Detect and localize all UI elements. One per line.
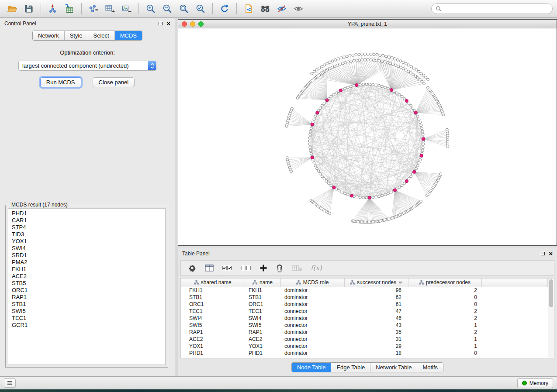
clear-table-button[interactable] — [292, 265, 302, 272]
control-panel-header: Control Panel × — [0, 18, 175, 29]
mcds-result-item[interactable]: SRD1 — [8, 252, 165, 259]
application-window: Control Panel × Network Style Select MCD… — [0, 0, 557, 392]
table-cell: dominator — [280, 350, 344, 357]
open-file-button[interactable] — [4, 2, 20, 16]
column-header-shared-name[interactable]: shared name — [181, 279, 245, 287]
tab-edge-table[interactable]: Edge Table — [331, 363, 370, 372]
table-settings-button[interactable] — [188, 264, 197, 272]
table-scrollbar-thumb[interactable] — [549, 279, 553, 307]
network-file-share-button[interactable] — [241, 2, 256, 16]
main-area: Control Panel × Network Style Select MCD… — [0, 18, 557, 376]
window-minimize-button[interactable] — [190, 21, 195, 27]
panel-menu-button[interactable] — [4, 378, 16, 388]
deselect-all-button[interactable] — [241, 265, 251, 272]
tab-mcds[interactable]: MCDS — [115, 31, 142, 40]
mcds-result-item[interactable]: STB1 — [8, 301, 165, 308]
network-canvas[interactable] — [178, 28, 557, 245]
search-input[interactable] — [444, 5, 548, 12]
tab-select[interactable]: Select — [88, 31, 115, 40]
mcds-result-item[interactable]: PHD1 — [8, 210, 165, 217]
apply-function-button[interactable]: f(x) — [311, 264, 322, 272]
chevron-down-icon — [398, 281, 402, 284]
zoom-selected-button[interactable] — [193, 2, 208, 16]
select-all-button[interactable] — [222, 265, 232, 272]
delete-row-button[interactable] — [276, 264, 284, 272]
table-cell: FKH1 — [181, 287, 245, 294]
table-row[interactable]: STB1STB1dominator620 — [181, 294, 548, 301]
mcds-result-item[interactable]: RAP1 — [8, 294, 165, 301]
table-row[interactable]: TEC1TEC1connector472 — [181, 308, 548, 315]
toolbar-separator — [236, 3, 237, 14]
zoom-in-button[interactable] — [143, 2, 159, 16]
mcds-result-item[interactable]: CAR1 — [8, 217, 165, 224]
import-network-button[interactable] — [45, 2, 61, 16]
hide-details-button[interactable] — [274, 2, 290, 16]
add-row-button[interactable] — [259, 264, 267, 272]
column-header-filler — [481, 279, 548, 287]
mcds-result-item[interactable]: PMA2 — [8, 259, 165, 266]
mcds-result-list[interactable]: PHD1CAR1STP4TID3YOX1SWI4SRD1PMA2FKH1ACE2… — [8, 208, 166, 365]
float-panel-button[interactable] — [159, 22, 163, 25]
table-row[interactable]: YOX1YOX1connector291 — [181, 343, 548, 350]
mcds-result-item[interactable]: TEC1 — [8, 315, 165, 322]
mcds-result-item[interactable]: GCR1 — [8, 322, 165, 329]
memory-button[interactable]: Memory — [517, 378, 553, 388]
table-cell: 47 — [344, 308, 408, 315]
table-row[interactable]: RAP1RAP1dominator352 — [181, 329, 548, 336]
mcds-result-item[interactable]: SWI4 — [8, 245, 165, 252]
eye-icon — [293, 4, 304, 14]
close-panel-button[interactable]: Close panel — [93, 77, 135, 87]
export-table-button[interactable] — [102, 2, 118, 16]
refresh-view-button[interactable] — [217, 2, 232, 16]
export-image-button[interactable] — [119, 2, 135, 16]
column-header-mcds-role[interactable]: MCDS role — [280, 279, 344, 287]
zoom-fit-button[interactable] — [176, 2, 192, 16]
table-cell: dominator — [280, 294, 344, 301]
search-network-button[interactable] — [257, 2, 273, 16]
mcds-result-item[interactable]: FKH1 — [8, 266, 165, 273]
mcds-result-item[interactable]: STP4 — [8, 224, 165, 231]
table-scrollbar[interactable] — [548, 279, 554, 358]
tab-network[interactable]: Network — [33, 31, 65, 40]
show-details-button[interactable] — [291, 2, 306, 16]
table-row[interactable]: ORC1ORC1dominator610 — [181, 301, 548, 308]
tab-node-table[interactable]: Node Table — [292, 363, 332, 372]
table-cell: connector — [280, 343, 344, 350]
mcds-result-item[interactable]: ORC1 — [8, 287, 165, 294]
criterion-select[interactable]: largest connected component (undirected) — [18, 61, 156, 71]
tab-network-table[interactable]: Network Table — [370, 363, 417, 372]
mcds-result-group: MCDS result (17 nodes) PHD1CAR1STP4TID3Y… — [5, 205, 168, 368]
table-row[interactable]: SWI4SWI4dominator462 — [181, 315, 548, 322]
table-row[interactable]: ACE2ACE2connector311 — [181, 336, 548, 343]
table-cell: RAP1 — [181, 329, 245, 336]
table-row[interactable]: SWI5SWI5connector431 — [181, 322, 548, 329]
column-header-predecessor-nodes[interactable]: predecessor nodes — [408, 279, 481, 287]
import-table-button[interactable] — [62, 2, 77, 16]
column-header-successor-nodes[interactable]: successor nodes — [344, 279, 408, 287]
table-cell: SWI4 — [245, 315, 280, 322]
split-view-button[interactable] — [205, 264, 214, 272]
window-close-button[interactable] — [182, 21, 187, 27]
mcds-result-item[interactable]: SWI5 — [8, 308, 165, 315]
mcds-result-item[interactable]: TID3 — [8, 231, 165, 238]
tab-motifs[interactable]: Motifs — [417, 363, 443, 372]
table-cell: 29 — [344, 343, 408, 350]
save-floppy-icon — [24, 4, 34, 14]
column-header-name[interactable]: name — [245, 279, 280, 287]
attribute-icon — [253, 280, 257, 285]
table-row[interactable]: PHD1PHD1dominator180 — [181, 350, 548, 357]
mcds-result-item[interactable]: ACE2 — [8, 273, 165, 280]
save-button[interactable] — [21, 2, 37, 16]
run-mcds-button[interactable]: Run MCDS — [40, 77, 81, 87]
table-row[interactable]: FKH1FKH1dominator962 — [181, 287, 548, 294]
close-panel-icon-button[interactable]: × — [166, 21, 170, 26]
mcds-result-item[interactable]: YOX1 — [8, 238, 165, 245]
tab-style[interactable]: Style — [65, 31, 88, 40]
zoom-out-button[interactable] — [159, 2, 175, 16]
float-table-panel-button[interactable] — [541, 252, 545, 255]
export-network-button[interactable] — [86, 2, 101, 16]
mcds-result-item[interactable]: STB5 — [8, 280, 165, 287]
refresh-icon — [220, 4, 229, 14]
window-maximize-button[interactable] — [198, 21, 204, 27]
close-table-panel-button[interactable]: × — [549, 251, 553, 256]
